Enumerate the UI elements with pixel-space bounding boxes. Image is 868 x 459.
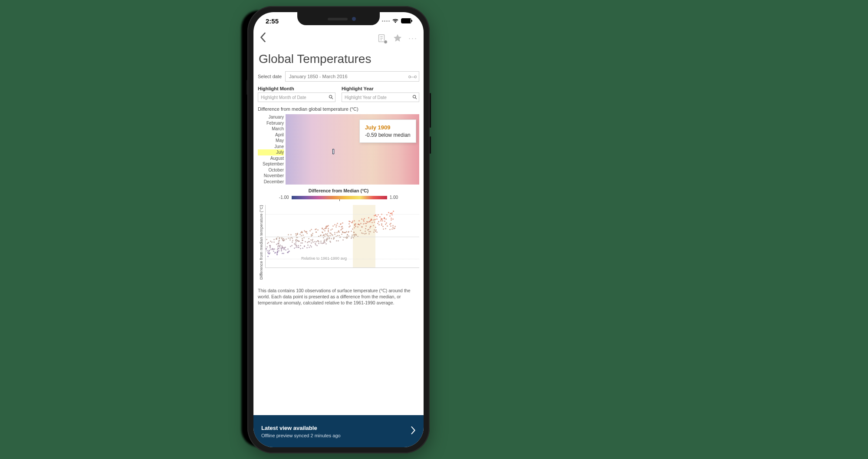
nav-bar: ··· bbox=[253, 29, 424, 48]
date-range-value: January 1850 - March 2016 bbox=[289, 74, 348, 79]
svg-point-3 bbox=[413, 95, 415, 98]
cellular-signal-icon bbox=[382, 20, 390, 22]
heatmap-chart[interactable]: July 1909 -0.59 below median bbox=[286, 114, 419, 185]
more-menu-icon[interactable]: ··· bbox=[408, 34, 418, 43]
heatmap-tooltip: July 1909 -0.59 below median bbox=[359, 119, 416, 143]
search-icon bbox=[412, 95, 417, 100]
data-source-icon[interactable] bbox=[377, 33, 387, 43]
heatmap-month-label: April bbox=[258, 132, 284, 138]
favorite-star-icon[interactable] bbox=[393, 33, 402, 43]
svg-line-2 bbox=[332, 97, 333, 99]
highlight-year-label: Highlight Year bbox=[342, 86, 419, 91]
heatmap-month-label: March bbox=[258, 126, 284, 132]
battery-icon bbox=[401, 18, 411, 23]
scatter-caption: Relative to 1961-1990 avg bbox=[301, 256, 347, 261]
heatmap-title: Difference from median global temperatur… bbox=[258, 106, 419, 112]
status-time: 2:55 bbox=[266, 17, 279, 25]
heatmap-month-label: June bbox=[258, 144, 284, 150]
select-date-label: Select date bbox=[258, 74, 282, 79]
heatmap-selected-cell bbox=[332, 149, 334, 154]
chevron-right-icon bbox=[411, 426, 416, 436]
heatmap-month-label: December bbox=[258, 179, 284, 185]
page-title: Global Temperatures bbox=[259, 52, 418, 66]
heatmap-month-label: September bbox=[258, 161, 284, 167]
tooltip-date: July 1909 bbox=[365, 124, 411, 131]
heatmap-month-label: February bbox=[258, 120, 284, 126]
legend-max: 1.00 bbox=[390, 195, 398, 200]
scatter-chart[interactable]: Relative to 1961-1990 avg -1.001.0018881… bbox=[265, 205, 419, 268]
highlight-month-label: Highlight Month bbox=[258, 86, 335, 91]
legend-title: Difference from Median (°C) bbox=[258, 188, 419, 193]
color-legend: Difference from Median (°C) -1.00 1.00 bbox=[258, 188, 419, 200]
scatter-y-axis-label: Difference from median temperature (°C) bbox=[258, 205, 263, 280]
heatmap-month-label: May bbox=[258, 138, 284, 144]
heatmap-month-label: January bbox=[258, 114, 284, 120]
highlight-month-input[interactable]: Highlight Month of Date bbox=[258, 92, 335, 102]
wifi-icon bbox=[392, 17, 399, 25]
legend-gradient bbox=[292, 196, 387, 199]
chart-description: This data contains 100 observations of s… bbox=[258, 287, 419, 306]
heatmap-month-axis: JanuaryFebruaryMarchAprilMayJuneJulyAugu… bbox=[258, 114, 286, 185]
heatmap-month-label: August bbox=[258, 155, 284, 162]
search-icon bbox=[329, 95, 333, 100]
highlight-year-input[interactable]: Highlight Year of Date bbox=[342, 92, 419, 102]
svg-point-1 bbox=[329, 95, 332, 98]
range-slider-icon: o—o bbox=[408, 74, 416, 79]
device-notch bbox=[297, 12, 380, 25]
heatmap-month-label: July bbox=[258, 149, 284, 155]
heatmap-month-label: October bbox=[258, 167, 284, 173]
tooltip-value: -0.59 below median bbox=[365, 132, 411, 138]
legend-min: -1.00 bbox=[279, 195, 289, 200]
svg-line-4 bbox=[415, 97, 417, 99]
sync-banner-title: Latest view available bbox=[261, 425, 341, 431]
date-range-input[interactable]: January 1850 - March 2016 o—o bbox=[285, 71, 419, 82]
sync-banner[interactable]: Latest view available Offline preview sy… bbox=[253, 415, 424, 447]
back-button[interactable] bbox=[260, 33, 266, 44]
phone-frame: 2:55 bbox=[247, 6, 430, 453]
sync-banner-subtitle: Offline preview synced 2 minutes ago bbox=[261, 433, 341, 438]
heatmap-month-label: November bbox=[258, 173, 284, 179]
